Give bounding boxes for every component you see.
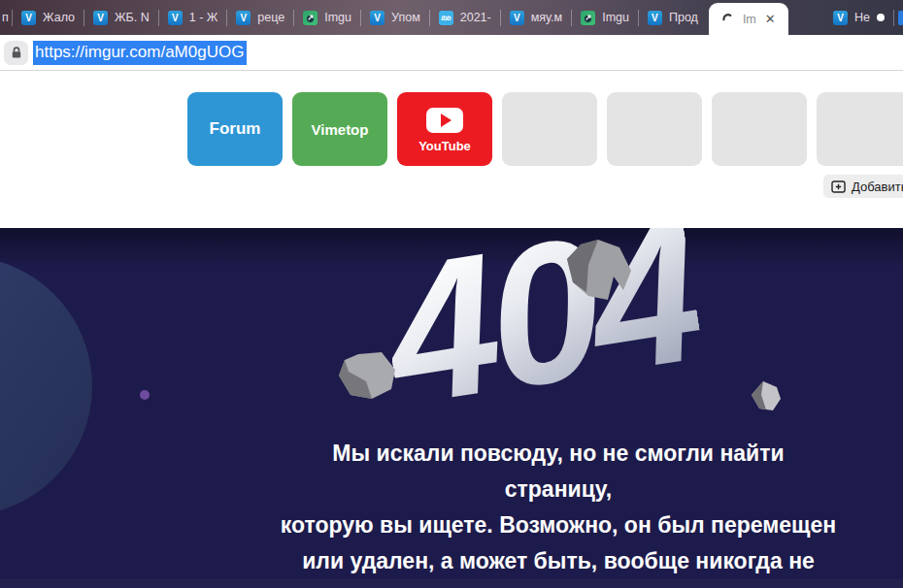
dial-label: Forum (210, 119, 261, 139)
speed-dial-area: Forum Vimetop YouTube Добавить (0, 72, 903, 228)
tab-label: Im (743, 13, 756, 26)
dial-empty[interactable] (607, 92, 702, 166)
tab-imgur-2[interactable]: Imgu (572, 0, 638, 35)
lock-icon (11, 47, 22, 59)
error-message-line: Мы искали повсюду, но не смогли найти ст… (277, 436, 840, 507)
forum-favicon: V (236, 11, 251, 25)
tab-label: мяу.м (531, 11, 562, 24)
add-dial-button[interactable]: Добавить (823, 175, 903, 198)
forum-favicon: V (168, 11, 183, 25)
tab-one-zh[interactable]: V 1 - Ж (159, 0, 227, 35)
forum-favicon: V (93, 11, 108, 25)
error-message-line: которую вы ищете. Возможно, он был перем… (277, 507, 840, 543)
ibb-favicon: ibb (439, 11, 453, 25)
imgur-favicon (581, 11, 595, 25)
asteroid-rock-icon (339, 352, 397, 403)
imgur-favicon (303, 11, 318, 25)
error-code-404: 404 (371, 228, 712, 450)
tab-clipped-right[interactable] (894, 0, 903, 35)
error-message-line: или удален, а может быть, вообще никогда… (277, 543, 840, 579)
tab-zhb[interactable]: V ЖБ. N (84, 0, 158, 35)
tab-clipped-left[interactable]: п (0, 0, 12, 35)
address-bar: https://imgur.com/aM0gUOG (0, 35, 903, 71)
decorative-circle (0, 256, 92, 516)
browser-tab-bar: п V Жало V ЖБ. N V 1 - Ж V реце Imgu V У… (0, 0, 903, 35)
url-input[interactable]: https://imgur.com/aM0gUOG (33, 41, 247, 65)
dial-youtube[interactable]: YouTube (397, 92, 492, 166)
tab-label: Не (854, 11, 870, 24)
tab-label: ЖБ. N (115, 11, 150, 24)
error-message: Мы искали повсюду, но не смогли найти ст… (277, 436, 840, 588)
forum-favicon: V (833, 11, 848, 25)
asteroid-rock-icon (752, 381, 783, 412)
tab-ibb-2021[interactable]: ibb 2021- (430, 0, 500, 35)
youtube-play-icon (426, 108, 463, 133)
tab-upom[interactable]: V Упом (361, 0, 429, 35)
add-plus-box-icon (831, 180, 846, 193)
tab-activity-dot-icon (877, 14, 885, 21)
tab-label: Прод (669, 11, 698, 24)
tab-myau[interactable]: V мяу.м (501, 0, 571, 35)
dial-empty[interactable] (712, 92, 807, 166)
decorative-purple-dot (140, 390, 150, 400)
tab-imgur-1[interactable]: Imgu (294, 0, 360, 35)
tab-active-imgur[interactable]: Im ✕ (709, 3, 788, 35)
imgur-404-page: 404 Мы искали повсюду, но не смогли найт… (0, 228, 903, 588)
tab-label: п (2, 11, 9, 24)
lock-pill[interactable] (4, 41, 28, 65)
tab-label: реце (257, 11, 284, 24)
tab-label: Жало (43, 11, 75, 24)
tab-prod[interactable]: V Прод (639, 0, 707, 35)
footer-band (0, 579, 903, 588)
loading-spinner-icon (721, 13, 734, 25)
asteroid-rock-icon (565, 240, 633, 304)
tab-retse[interactable]: V реце (227, 0, 293, 35)
dial-forum[interactable]: Forum (187, 92, 283, 166)
dial-empty[interactable] (817, 92, 903, 166)
close-icon[interactable]: ✕ (765, 13, 776, 25)
dial-empty[interactable] (502, 92, 597, 166)
tab-label: 2021- (460, 11, 491, 24)
partial-blue-favicon (898, 11, 903, 25)
dial-vimetop[interactable]: Vimetop (292, 92, 387, 166)
tab-ne[interactable]: V Не (824, 0, 893, 35)
tab-zhalo[interactable]: V Жало (13, 0, 84, 35)
tab-label: Imgu (324, 11, 351, 24)
tab-label: 1 - Ж (189, 11, 218, 24)
forum-favicon: V (648, 11, 662, 25)
forum-favicon: V (21, 11, 36, 25)
forum-favicon: V (510, 11, 524, 25)
add-dial-label: Добавить (852, 180, 903, 194)
forum-favicon: V (370, 11, 385, 25)
tab-label: Imgu (602, 11, 629, 24)
tab-label: Упом (391, 11, 420, 24)
dial-label: YouTube (418, 139, 471, 153)
dial-label: Vimetop (312, 121, 369, 138)
